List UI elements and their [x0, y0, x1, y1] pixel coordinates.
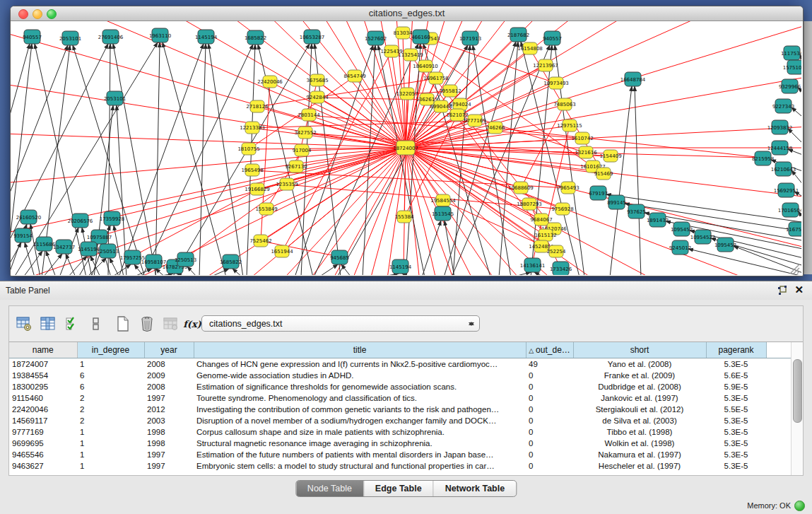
graph-node-label: 466160	[411, 35, 430, 40]
table-cell: 5.3E-5	[706, 438, 766, 449]
create-column-icon[interactable]	[114, 315, 132, 333]
column-header-in_degree[interactable]: in_degree	[77, 342, 144, 358]
table-row[interactable]: 1872400712008Changes of HCN gene express…	[9, 358, 792, 370]
table-cell: 0	[526, 392, 573, 404]
table-cell: 1	[77, 449, 144, 460]
table-row[interactable]: 1456911722003Disruption of a novel membe…	[9, 415, 792, 426]
table-toolbar: f(x) citations_edges.txt	[9, 306, 803, 341]
graph-node-label: 27691406	[98, 35, 124, 40]
column-visibility-icon[interactable]	[39, 315, 57, 333]
close-panel-icon[interactable]: ✕	[794, 284, 804, 296]
graph-node-label: 26160520	[16, 215, 42, 221]
graph-node-label: 1610742	[571, 136, 593, 141]
table-cell: 1998	[144, 438, 194, 449]
citation-network-graph[interactable]: 8454749367568592428442803144342755291700…	[11, 21, 801, 275]
table-cell: Franke et al. (2009)	[573, 370, 706, 381]
table-select-dropdown[interactable]: citations_edges.txt	[201, 315, 480, 332]
table-cell: 1998	[144, 426, 194, 438]
graph-node-label: 3427552	[294, 130, 316, 136]
graph-node-label: 1685822	[220, 259, 242, 265]
table-row[interactable]: 1938455462009Genome-wide association stu…	[9, 370, 792, 381]
graph-node-label: 937625	[627, 209, 646, 215]
graph-node-label: 16961758	[423, 76, 449, 81]
table-row[interactable]: 977716911998Corpus callosum shape and si…	[9, 426, 792, 438]
function-builder-icon[interactable]: f(x)	[183, 315, 201, 333]
graph-node-label: 1321616	[575, 150, 597, 156]
table-cell-spacer	[766, 415, 792, 426]
table-cell: 1997	[144, 392, 194, 404]
select-checks-icon[interactable]	[63, 315, 81, 333]
graph-node-label: 12975115	[557, 123, 582, 129]
node-table: namein_degreeyeartitle△out_de…shortpager…	[9, 341, 803, 475]
import-table-icon[interactable]	[162, 315, 180, 333]
graph-node-label: 1615132	[534, 233, 556, 238]
table-mode-icon[interactable]	[15, 315, 33, 333]
table-cell-spacer	[766, 370, 792, 381]
table-cell: Wolkin et al. (1998)	[573, 438, 706, 449]
graph-node-label: 10688609	[508, 185, 534, 191]
table-cell: 9699695	[9, 438, 77, 449]
table-row[interactable]: 2242004622012Investigating the contribut…	[9, 404, 792, 415]
status-bar: Memory: OK	[0, 498, 812, 514]
table-cell: Dudbridge et al. (2008)	[573, 381, 706, 392]
table-row[interactable]: 969969511998Structural magnetic resonanc…	[9, 438, 792, 449]
table-cell: Disruption of a novel member of a sodium…	[194, 415, 526, 426]
table-cell-spacer	[766, 358, 792, 370]
table-row[interactable]: 1830029562008Estimation of significance …	[9, 381, 792, 392]
column-header-short[interactable]: short	[573, 342, 706, 358]
table-cell: Nakamura et al. (1997)	[573, 449, 706, 460]
column-header-year[interactable]: year	[144, 342, 194, 358]
table-cell: 18300295	[9, 381, 77, 392]
node-table-grid[interactable]: namein_degreeyeartitle△out_de…shortpager…	[9, 342, 792, 472]
graph-node-label: 9684067	[530, 217, 552, 223]
table-row[interactable]: 911546021997Tourette syndrome. Phenomeno…	[9, 392, 792, 404]
tab-node-table[interactable]: Node Table	[296, 481, 363, 496]
graph-node-label: 917004	[293, 148, 312, 153]
table-scrollbar[interactable]	[791, 342, 803, 475]
table-cell: 9777169	[9, 426, 77, 438]
table-row[interactable]: 946362711997Embryonic stem cells: a mode…	[9, 460, 792, 472]
graph-node-label: 7955812	[439, 88, 461, 94]
table-cell: 2008	[144, 381, 194, 392]
canvas-resize-grip[interactable]	[790, 264, 799, 274]
table-cell: 6	[77, 370, 144, 381]
table-row[interactable]: 946554611997Estimation of the future num…	[9, 449, 792, 460]
column-header-title[interactable]: title	[194, 342, 526, 358]
table-cell: Hescheler et al. (1997)	[573, 460, 706, 472]
table-panel-title: Table Panel	[6, 286, 50, 296]
table-cell: Stergiakouli et al. (2012)	[573, 404, 706, 415]
table-cell: 0	[526, 415, 573, 426]
graph-node-label: 945685	[330, 255, 349, 261]
table-cell: 2003	[144, 415, 194, 426]
table-scrollbar-thumb[interactable]	[793, 359, 802, 423]
graph-node-label: 20206576	[68, 218, 93, 224]
graph-node-label: 1553849	[255, 206, 277, 212]
tab-network-table[interactable]: Network Table	[433, 481, 517, 496]
graph-node-label: 9756928	[551, 206, 573, 212]
network-canvas[interactable]: 8454749367568592428442803144342755291700…	[11, 21, 801, 275]
table-cell: 2008	[144, 358, 194, 370]
table-cell: Jankovic et al. (1997)	[573, 392, 706, 404]
row-height-icon[interactable]	[87, 315, 105, 333]
column-header-name[interactable]: name	[9, 342, 77, 358]
table-cell: Changes of HCN gene expression and I(f) …	[194, 358, 526, 370]
table-cell-spacer	[766, 392, 792, 404]
graph-node-label: 9329966	[779, 84, 801, 90]
table-cell-spacer	[766, 381, 792, 392]
graph-node-label: 1117534	[781, 51, 801, 57]
graph-node-label: 7965493	[557, 185, 579, 191]
column-header-pagerank[interactable]: pagerank	[706, 342, 766, 358]
graph-node-label: 252254	[547, 249, 566, 255]
table-cell: 1	[77, 358, 144, 370]
table-cell: 9115460	[9, 392, 77, 404]
graph-node-label: 15751074	[783, 65, 801, 71]
delete-column-icon[interactable]	[138, 315, 156, 333]
tab-edge-table[interactable]: Edge Table	[363, 481, 433, 496]
network-window[interactable]: citations_edges.txt 8454749367	[10, 6, 804, 276]
graph-node-label: 8215958	[752, 156, 774, 162]
float-panel-icon[interactable]	[777, 285, 788, 296]
network-window-titlebar[interactable]: citations_edges.txt	[11, 6, 803, 21]
table-cell: 2012	[144, 404, 194, 415]
column-header-out_de…[interactable]: △out_de…	[526, 342, 573, 358]
graph-node-label: 17016504	[778, 208, 801, 214]
